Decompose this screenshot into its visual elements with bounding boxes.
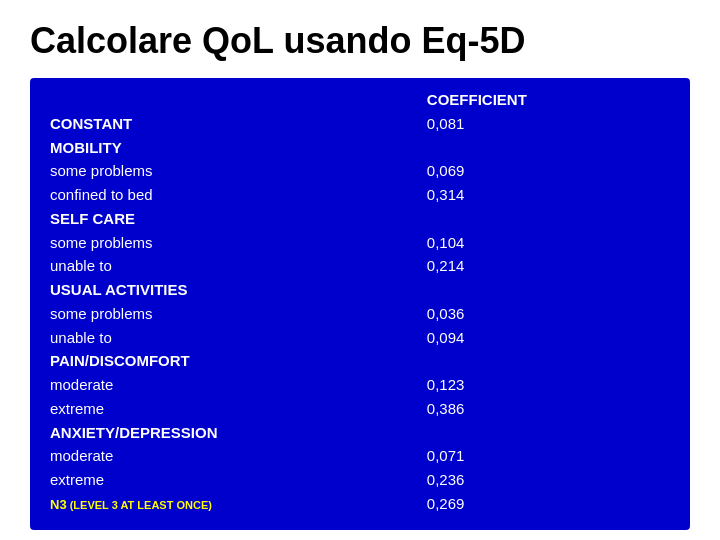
table-row: Usual activities (46, 278, 674, 302)
row-coefficient: 0,104 (423, 231, 674, 255)
row-coefficient: 0,236 (423, 468, 674, 492)
row-coefficient: 0,036 (423, 302, 674, 326)
table-row: Constant0,081 (46, 112, 674, 136)
table-row: some problems0,036 (46, 302, 674, 326)
row-label: Mobility (46, 136, 423, 160)
row-label: N3 (level 3 at least once) (46, 492, 423, 516)
table-body: Constant0,081Mobilitysome problems0,069c… (46, 112, 674, 516)
table-row: extreme0,236 (46, 468, 674, 492)
row-coefficient: 0,386 (423, 397, 674, 421)
row-coefficient: 0,269 (423, 492, 674, 516)
row-coefficient (423, 278, 674, 302)
row-coefficient: 0,094 (423, 326, 674, 350)
row-coefficient: 0,214 (423, 254, 674, 278)
row-coefficient: 0,069 (423, 159, 674, 183)
row-label: confined to bed (46, 183, 423, 207)
row-label: Pain/Discomfort (46, 349, 423, 373)
table-row: Anxiety/Depression (46, 421, 674, 445)
table-header-row: Coefficient (46, 88, 674, 112)
row-label: extreme (46, 468, 423, 492)
row-label: moderate (46, 373, 423, 397)
table-row: Pain/Discomfort (46, 349, 674, 373)
page: Calcolare QoL usando Eq-5D Coefficient C… (0, 0, 720, 540)
table-row: confined to bed0,314 (46, 183, 674, 207)
data-table: Coefficient Constant0,081Mobilitysome pr… (46, 88, 674, 516)
row-label: Constant (46, 112, 423, 136)
row-label: Self care (46, 207, 423, 231)
row-label: some problems (46, 159, 423, 183)
table-row: N3 (level 3 at least once)0,269 (46, 492, 674, 516)
row-label: extreme (46, 397, 423, 421)
row-coefficient: 0,071 (423, 444, 674, 468)
row-label: some problems (46, 231, 423, 255)
row-coefficient: 0,081 (423, 112, 674, 136)
row-coefficient (423, 349, 674, 373)
table-row: moderate0,123 (46, 373, 674, 397)
table-row: Mobility (46, 136, 674, 160)
row-coefficient: 0,123 (423, 373, 674, 397)
table-row: unable to0,214 (46, 254, 674, 278)
row-coefficient: 0,314 (423, 183, 674, 207)
table-row: moderate0,071 (46, 444, 674, 468)
row-coefficient (423, 207, 674, 231)
table-row: some problems0,104 (46, 231, 674, 255)
row-label: unable to (46, 326, 423, 350)
row-label: Anxiety/Depression (46, 421, 423, 445)
table-row: extreme0,386 (46, 397, 674, 421)
row-label: unable to (46, 254, 423, 278)
table-row: unable to0,094 (46, 326, 674, 350)
header-label-cell (46, 88, 423, 112)
header-coefficient-cell: Coefficient (423, 88, 674, 112)
table-row: some problems0,069 (46, 159, 674, 183)
row-label: moderate (46, 444, 423, 468)
row-label: Usual activities (46, 278, 423, 302)
page-title: Calcolare QoL usando Eq-5D (30, 20, 690, 62)
table-container: Coefficient Constant0,081Mobilitysome pr… (30, 78, 690, 530)
table-row: Self care (46, 207, 674, 231)
row-label: some problems (46, 302, 423, 326)
row-coefficient (423, 421, 674, 445)
row-coefficient (423, 136, 674, 160)
